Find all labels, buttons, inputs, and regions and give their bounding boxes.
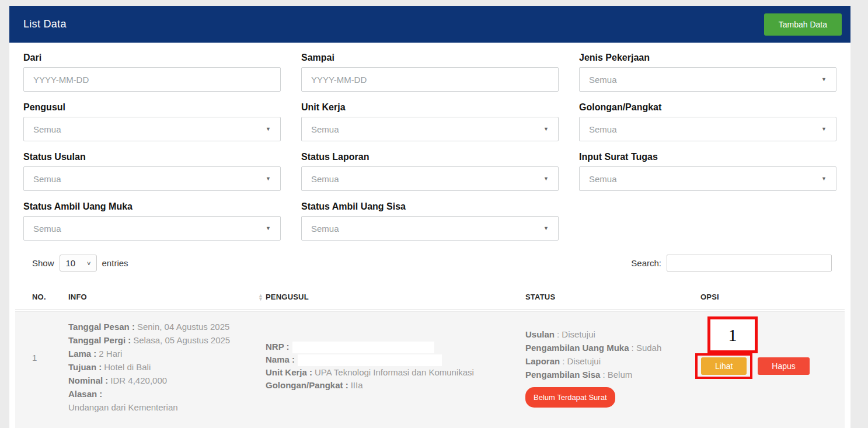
data-table: NO. INFO ▲▼ PENGUSUL STATUS OPSI 1 Tangg…: [15, 284, 845, 428]
info-line-lama: Lama :2 Hari: [68, 347, 266, 360]
pengusul-line-nrp: NRP :: [266, 340, 525, 353]
filter-field-golongan-pangkat: Golongan/Pangkat Semua ▼: [579, 102, 836, 141]
search-input[interactable]: [667, 255, 832, 272]
status-ambil-uang-sisa-select[interactable]: Semua ▼: [301, 216, 559, 241]
table-controls: Show 10 ˅ entries Search:: [32, 255, 832, 272]
search-label: Search:: [631, 258, 661, 268]
field-label: Unit Kerja: [301, 102, 559, 113]
selected-value: Semua: [311, 124, 339, 134]
info-line-nominal: Nominal :IDR 4,420,000: [68, 374, 266, 387]
column-header-info-label: INFO: [68, 293, 87, 301]
sort-icon[interactable]: ▲▼: [258, 294, 263, 301]
column-header-no: NO.: [15, 293, 68, 301]
page-size-select[interactable]: 10 ˅: [60, 255, 97, 272]
list-data-card: List Data Tambah Data Dari Sampai Jenis …: [9, 6, 850, 428]
dari-date-input[interactable]: [23, 67, 281, 92]
pengusul-line-golongan: Golongan/Pangkat :IIIa: [266, 379, 525, 392]
filter-field-status-usulan: Status Usulan Semua ▼: [23, 151, 281, 191]
hapus-button[interactable]: Hapus: [758, 357, 809, 375]
status-line-laporan: Laporan: Disetujui: [525, 354, 700, 368]
info-cell: Tanggal Pesan :Senin, 04 Agustus 2025 Ta…: [68, 312, 266, 420]
field-label: Sampai: [301, 52, 559, 63]
redacted-nrp-value: [292, 342, 434, 353]
field-label: Dari: [23, 52, 281, 63]
info-line-tanggal-pergi: Tanggal Pergi :Selasa, 05 Agustus 2025: [68, 333, 266, 347]
entries-label: entries: [102, 258, 128, 268]
chevron-down-icon: ▼: [543, 126, 549, 132]
entries-control: Show 10 ˅ entries: [32, 255, 128, 272]
pengusul-line-unit-kerja: Unit Kerja :UPA Teknologi Informasi dan …: [266, 366, 525, 379]
action-buttons: Lihat Hapus: [695, 353, 845, 379]
column-header-pengusul: PENGUSUL: [266, 293, 525, 301]
tambah-data-button[interactable]: Tambah Data: [764, 13, 842, 36]
field-label: Status Usulan: [23, 151, 281, 162]
opsi-cell: 1 Lihat Hapus: [700, 312, 845, 420]
chevron-down-icon: ˅: [87, 260, 90, 267]
column-header-info[interactable]: INFO ▲▼: [68, 293, 266, 301]
pengusul-line-nama: Nama :: [266, 353, 525, 366]
selected-value: Semua: [33, 174, 61, 184]
chevron-down-icon: ▼: [821, 176, 827, 182]
lihat-button[interactable]: Lihat: [701, 357, 747, 375]
field-label: Jenis Pekerjaan: [579, 52, 836, 63]
annotation-highlight-box: Lihat: [695, 353, 752, 379]
jenis-pekerjaan-select[interactable]: Semua ▼: [579, 67, 836, 92]
chevron-down-icon: ▼: [266, 225, 271, 231]
filter-field-input-surat-tugas: Input Surat Tugas Semua ▼: [579, 151, 836, 191]
filter-field-sampai: Sampai: [301, 52, 559, 92]
status-line-uang-muka: Pengambilan Uang Muka: Sudah: [525, 341, 700, 354]
chevron-down-icon: ▼: [543, 176, 549, 182]
status-badge: Belum Terdapat Surat: [525, 387, 615, 408]
selected-value: Semua: [589, 174, 617, 184]
info-line-alasan: Alasan :: [68, 387, 266, 401]
filter-field-unit-kerja: Unit Kerja Semua ▼: [301, 102, 559, 141]
page-size-value: 10: [66, 258, 76, 268]
table-header-row: NO. INFO ▲▼ PENGUSUL STATUS OPSI: [15, 284, 845, 310]
unit-kerja-select[interactable]: Semua ▼: [301, 117, 559, 141]
column-header-opsi: OPSI: [700, 293, 845, 301]
chevron-down-icon: ▼: [821, 126, 827, 132]
golongan-pangkat-select[interactable]: Semua ▼: [579, 117, 836, 141]
selected-value: Semua: [311, 224, 339, 234]
field-label: Input Surat Tugas: [579, 151, 836, 162]
selected-value: Semua: [311, 174, 339, 184]
chevron-down-icon: ▼: [821, 76, 827, 82]
status-line-pengambilan-sisa: Pengambilan Sisa: Belum: [525, 368, 700, 381]
status-laporan-select[interactable]: Semua ▼: [301, 166, 559, 191]
selected-value: Semua: [589, 124, 617, 134]
chevron-down-icon: ▼: [266, 126, 271, 132]
redacted-nama-value: [298, 354, 442, 366]
status-ambil-uang-muka-select[interactable]: Semua ▼: [23, 216, 281, 241]
pengusul-select[interactable]: Semua ▼: [23, 117, 281, 141]
field-label: Golongan/Pangkat: [579, 102, 836, 113]
status-cell: Usulan: Disetujui Pengambilan Uang Muka:…: [525, 312, 700, 420]
filter-field-dari: Dari: [23, 52, 281, 92]
card-header: List Data Tambah Data: [9, 6, 850, 43]
row-number: 1: [15, 312, 68, 420]
status-usulan-select[interactable]: Semua ▼: [23, 166, 281, 191]
search-control: Search:: [631, 255, 832, 272]
filter-field-status-ambil-uang-muka: Status Ambil Uang Muka Semua ▼: [23, 201, 281, 241]
filter-field-pengusul: Pengusul Semua ▼: [23, 102, 281, 141]
sampai-date-input[interactable]: [301, 67, 559, 92]
chevron-down-icon: ▼: [266, 176, 271, 182]
annotation-mark-1: 1: [707, 316, 758, 353]
column-header-status: STATUS: [525, 293, 700, 301]
field-label: Status Ambil Uang Sisa: [301, 201, 559, 212]
filter-field-jenis-pekerjaan: Jenis Pekerjaan Semua ▼: [579, 52, 836, 92]
page-title: List Data: [23, 18, 67, 30]
selected-value: Semua: [33, 224, 61, 234]
show-label: Show: [32, 258, 54, 268]
status-line-usulan: Usulan: Disetujui: [525, 328, 700, 341]
chevron-down-icon: ▼: [543, 225, 549, 231]
info-line-tanggal-pesan: Tanggal Pesan :Senin, 04 Agustus 2025: [68, 320, 266, 333]
input-surat-tugas-select[interactable]: Semua ▼: [579, 166, 836, 191]
field-label: Status Ambil Uang Muka: [23, 201, 281, 212]
filter-field-status-laporan: Status Laporan Semua ▼: [301, 151, 559, 191]
field-label: Pengusul: [23, 102, 281, 113]
filter-field-status-ambil-uang-sisa: Status Ambil Uang Sisa Semua ▼: [301, 201, 559, 241]
field-label: Status Laporan: [301, 151, 559, 162]
table-row: 1 Tanggal Pesan :Senin, 04 Agustus 2025 …: [15, 311, 845, 428]
info-line-alasan-value: Undangan dari Kementerian: [68, 401, 266, 414]
selected-value: Semua: [589, 75, 617, 85]
